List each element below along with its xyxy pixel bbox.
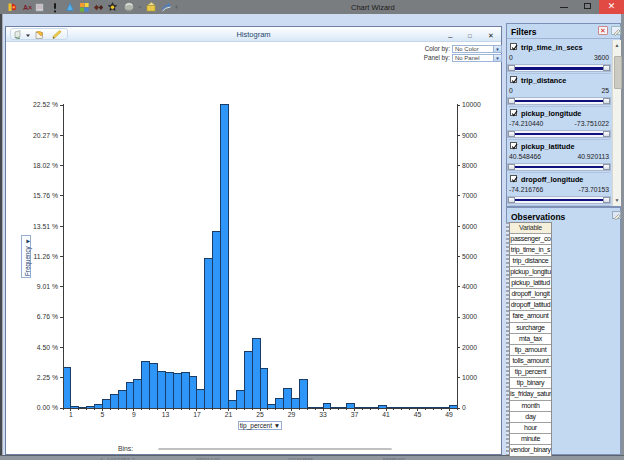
svg-text:6.76 %: 6.76 % — [37, 313, 58, 320]
svg-text:1000: 1000 — [462, 374, 477, 381]
svg-text:0.00 %: 0.00 % — [37, 404, 58, 411]
svg-text:17: 17 — [193, 411, 201, 418]
svg-text:25: 25 — [256, 411, 264, 418]
svg-text:13: 13 — [162, 411, 170, 418]
svg-text:11.26 %: 11.26 % — [34, 253, 58, 260]
svg-text:21: 21 — [225, 411, 233, 418]
svg-text:41: 41 — [382, 411, 390, 418]
svg-text:45: 45 — [414, 411, 422, 418]
svg-text:37: 37 — [351, 411, 359, 418]
svg-text:8000: 8000 — [462, 162, 477, 169]
svg-text:6000: 6000 — [462, 223, 477, 230]
svg-text:13.51 %: 13.51 % — [33, 223, 58, 230]
svg-text:10000: 10000 — [462, 101, 481, 108]
svg-text:9000: 9000 — [462, 132, 477, 139]
svg-text:4000: 4000 — [462, 283, 477, 290]
svg-text:9.01 %: 9.01 % — [37, 283, 58, 290]
svg-text:20.27 %: 20.27 % — [33, 132, 58, 139]
svg-text:29: 29 — [288, 411, 296, 418]
svg-text:18.02 %: 18.02 % — [33, 162, 58, 169]
svg-text:33: 33 — [319, 411, 327, 418]
svg-text:22.52 %: 22.52 % — [33, 101, 58, 108]
svg-text:3000: 3000 — [462, 313, 477, 320]
svg-text:7000: 7000 — [462, 192, 477, 199]
svg-text:5: 5 — [101, 411, 105, 418]
svg-text:0: 0 — [462, 404, 466, 411]
svg-text:2000: 2000 — [462, 344, 477, 351]
svg-text:15.76 %: 15.76 % — [33, 192, 58, 199]
svg-text:49: 49 — [445, 411, 453, 418]
svg-text:1: 1 — [69, 411, 73, 418]
svg-text:5000: 5000 — [462, 253, 477, 260]
svg-text:2.25 %: 2.25 % — [37, 374, 58, 381]
svg-text:9: 9 — [132, 411, 136, 418]
svg-text:4.50 %: 4.50 % — [37, 344, 58, 351]
